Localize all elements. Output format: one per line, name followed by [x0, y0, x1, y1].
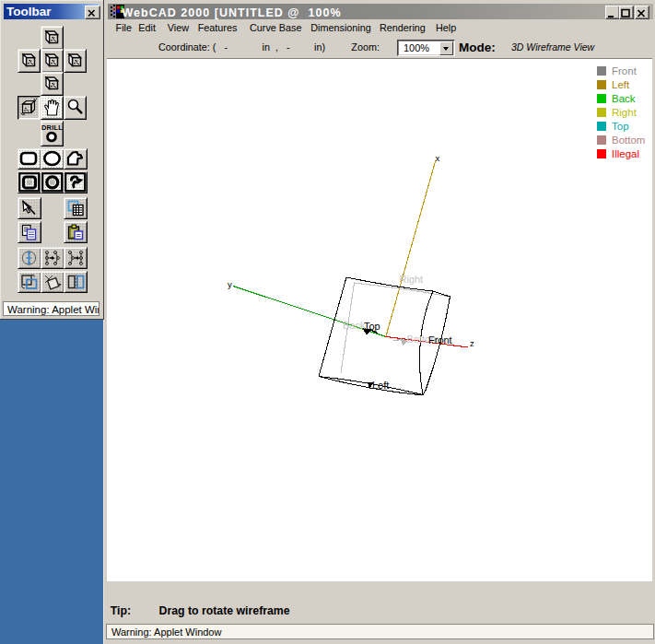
svg-text:Left: Left	[372, 380, 389, 391]
svg-text:Right: Right	[612, 107, 637, 118]
svg-text:Front: Front	[612, 65, 637, 76]
svg-text:z: z	[470, 338, 474, 348]
svg-text:x: x	[436, 153, 440, 163]
svg-text:Back: Back	[612, 93, 636, 104]
svg-text:Front: Front	[428, 334, 452, 345]
svg-text:Back: Back	[343, 320, 366, 331]
svg-text:Top: Top	[364, 321, 380, 332]
svg-text:Bottom: Bottom	[612, 135, 645, 146]
svg-text:Illegal: Illegal	[612, 148, 639, 159]
svg-text:Right: Right	[400, 274, 424, 285]
svg-text:Left: Left	[612, 79, 630, 90]
svg-text:Top: Top	[612, 121, 629, 132]
svg-text:y: y	[228, 279, 232, 289]
